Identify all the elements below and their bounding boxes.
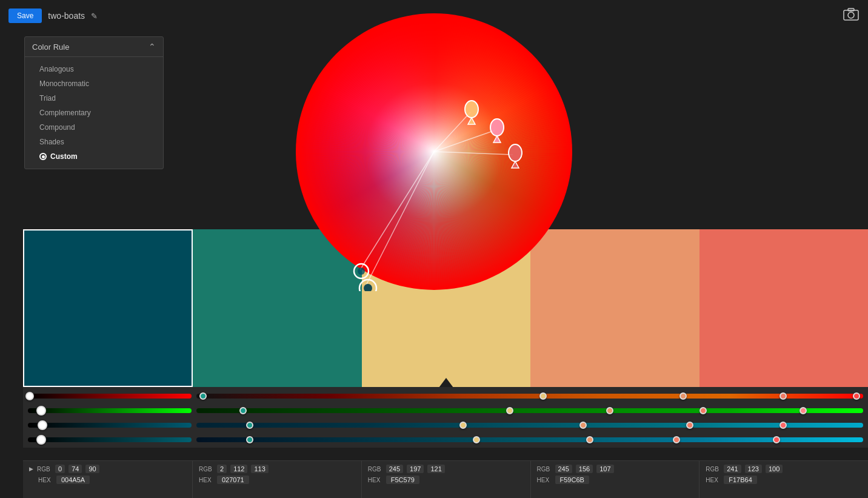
red-track-right[interactable] [196,394,863,399]
hex-value-0[interactable]: 004A5A [56,476,90,484]
panel-title: Color Rule [32,42,69,52]
red-thumb-5[interactable] [853,392,860,400]
green-thumb-0[interactable] [36,406,46,416]
svg-point-16 [358,268,365,275]
red-thumb-2[interactable] [539,392,547,400]
blue-thumb-4[interactable] [686,422,693,429]
red-slider-row [28,389,863,403]
rgb-g-2[interactable]: 197 [407,465,424,473]
color-info-2: RGB 245 197 121 HEX F5C579 [362,461,531,498]
green-track-right[interactable] [196,408,863,413]
rgb-label-3: RGB [537,466,552,473]
cyan-thumb-5[interactable] [773,436,780,443]
swatch-4[interactable] [699,229,869,387]
rgb-label-0: RGB [37,466,52,473]
rgb-r-3[interactable]: 245 [555,465,572,473]
color-info-1: RGB 2 112 113 HEX 027071 [193,461,362,498]
cyan-thumb-2[interactable] [473,436,480,443]
blue-track-right[interactable] [196,423,863,428]
rule-label-complementary: Complementary [39,109,91,117]
blue-thumb-0[interactable] [38,420,47,430]
cyan-slider-row [28,433,863,446]
green-thumb-2[interactable] [506,407,513,414]
rule-label-compound: Compound [39,123,75,132]
camera-icon[interactable] [843,7,860,25]
save-button[interactable]: Save [8,8,42,23]
rgb-b-1[interactable]: 113 [251,465,268,473]
rgb-g-4[interactable]: 123 [745,465,762,473]
cyan-track-left[interactable] [28,437,192,442]
rgb-r-4[interactable]: 241 [724,465,741,473]
svg-rect-2 [848,8,854,11]
rgb-r-2[interactable]: 245 [386,465,403,473]
rule-list: Analogous Monochromatic Triad Complement… [25,57,163,169]
hex-value-1[interactable]: 027071 [217,476,249,484]
hex-label-4: HEX [706,477,720,483]
green-thumb-4[interactable] [699,407,707,414]
svg-point-9 [465,101,478,118]
red-thumb-0[interactable] [25,392,34,400]
color-info-0: ▶ RGB 0 74 90 HEX 004A5A [23,461,193,498]
rgb-label-2: RGB [368,466,382,473]
rule-item-compound[interactable]: Compound [25,120,163,135]
rule-item-triad[interactable]: Triad [25,91,163,106]
cyan-thumb-1[interactable] [246,436,253,443]
filename-label: two-boats [48,11,85,21]
panel-collapse-icon[interactable]: ⌃ [149,42,156,52]
hex-label-0: HEX [38,477,53,483]
rule-item-custom[interactable]: Custom [25,149,163,164]
rule-label-monochromatic: Monochromatic [39,79,89,88]
expand-icon-0[interactable]: ▶ [29,466,33,472]
rule-label-analogous: Analogous [39,65,74,73]
radio-custom-icon [39,153,47,160]
cyan-thumb-4[interactable] [673,436,680,443]
rgb-b-3[interactable]: 107 [596,465,613,473]
rule-item-monochromatic[interactable]: Monochromatic [25,76,163,91]
rgb-r-1[interactable]: 2 [217,465,227,473]
blue-thumb-1[interactable] [246,422,253,429]
color-info-4: RGB 241 123 100 HEX F17B64 [699,461,868,498]
sliders-panel [23,387,868,448]
red-thumb-3[interactable] [679,392,687,400]
green-thumb-3[interactable] [606,407,613,414]
rule-item-analogous[interactable]: Analogous [25,62,163,76]
rgb-g-3[interactable]: 156 [576,465,593,473]
hex-value-2[interactable]: F5C579 [386,476,419,484]
color-wheel-svg[interactable] [295,12,573,291]
rgb-r-0[interactable]: 0 [55,465,65,473]
blue-slider-row [28,419,863,432]
blue-thumb-5[interactable] [780,422,787,429]
rgb-b-4[interactable]: 100 [766,465,783,473]
panel-header: Color Rule ⌃ [25,37,163,57]
red-track-left[interactable] [28,394,192,399]
red-thumb-1[interactable] [199,392,207,400]
svg-point-11 [490,119,504,136]
rgb-g-1[interactable]: 112 [230,465,247,473]
rule-item-complementary[interactable]: Complementary [25,106,163,120]
bottom-info-bar: ▶ RGB 0 74 90 HEX 004A5A RGB 2 112 113 H… [23,460,868,498]
rgb-b-0[interactable]: 90 [85,465,99,473]
rule-label-custom: Custom [50,152,78,161]
green-thumb-5[interactable] [800,407,807,414]
blue-track-left[interactable] [28,423,192,428]
cyan-thumb-3[interactable] [586,436,593,443]
cyan-thumb-0[interactable] [36,435,46,445]
green-track-left[interactable] [28,408,192,413]
blue-thumb-2[interactable] [459,422,467,429]
rgb-label-4: RGB [706,466,720,473]
hex-value-4[interactable]: F17B64 [724,476,757,484]
green-thumb-1[interactable] [239,407,247,414]
edit-icon[interactable]: ✎ [91,12,98,21]
rule-item-shades[interactable]: Shades [25,135,163,149]
red-thumb-4[interactable] [780,392,787,400]
hex-value-3[interactable]: F59C6B [555,476,589,484]
swatch-0[interactable] [23,229,193,387]
rgb-b-2[interactable]: 121 [427,465,444,473]
blue-thumb-3[interactable] [579,422,587,429]
cyan-track-right[interactable] [196,437,863,442]
svg-point-13 [509,144,522,161]
hex-label-3: HEX [537,477,552,483]
color-wheel-container [295,12,573,291]
green-slider-row [28,404,863,417]
rgb-g-0[interactable]: 74 [68,465,82,473]
